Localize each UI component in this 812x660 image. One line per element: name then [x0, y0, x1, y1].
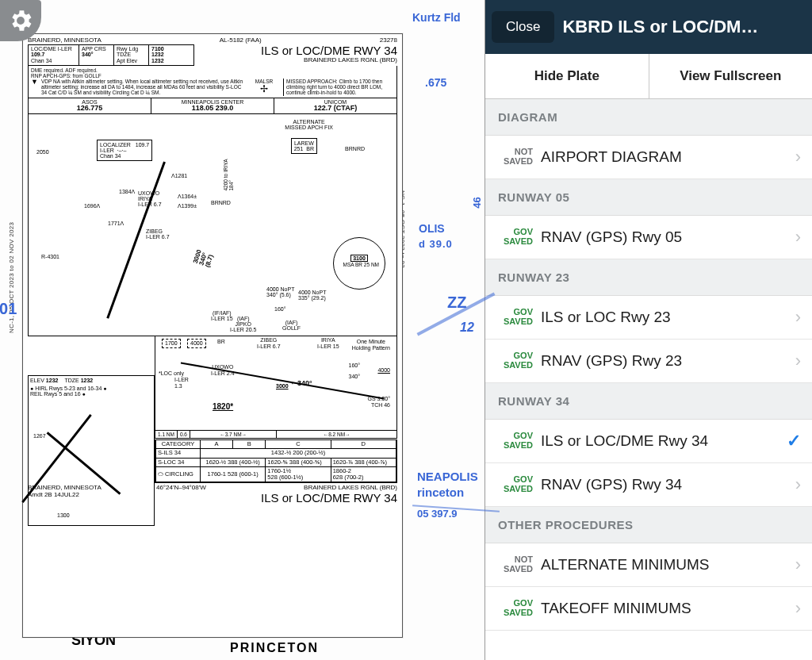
row-airport-diagram[interactable]: NOT SAVED AIRPORT DIAGRAM › [485, 136, 812, 179]
profile-view: 1700 4000 BR ZIBEG I-LER 6.7 IRIYA I-LER… [155, 336, 397, 439]
gear-icon [7, 7, 34, 34]
row-rnav-23[interactable]: GOV SAVED RNAV (GPS) Rwy 23 › [485, 340, 812, 383]
save-tag: GOV SAVED [496, 432, 533, 450]
row-takeoff-minimums[interactable]: GOV SAVED TAKEOFF MINIMUMS › [485, 587, 812, 631]
navbar: Close KBRD ILS or LOC/DM… [485, 0, 812, 54]
map-label-12: 12 [460, 320, 474, 335]
row-rnav-05[interactable]: GOV SAVED RNAV (GPS) Rwy 05 › [485, 216, 812, 259]
section-other: OTHER PROCEDURES [485, 507, 812, 543]
map-label-princeton2: PRINCETON [230, 641, 319, 655]
save-tag: GOV SAVED [496, 475, 533, 493]
nav-title: KBRD ILS or LOC/DM… [562, 17, 806, 37]
section-rwy34: RUNWAY 34 [485, 383, 812, 420]
plate-city: BRAINERD, MINNESOTA [28, 37, 102, 44]
plate-al: AL-5182 (FAA) [220, 37, 262, 44]
locdme: LOC/DME I-LER [31, 46, 72, 52]
row-ils-loc-23[interactable]: GOV SAVED ILS or LOC Rwy 23 › [485, 296, 812, 340]
chevron-right-icon: › [795, 147, 801, 167]
section-rwy23: RUNWAY 23 [485, 259, 812, 296]
map-label-olis: OLIS [419, 222, 445, 235]
approach-plate[interactable]: BRAINERD, MINNESOTA AL-5182 (FAA) 23278 … [22, 33, 403, 638]
map-label-05: 05 397.9 [417, 508, 458, 520]
chevron-right-icon: › [795, 598, 801, 619]
map-label-46: 46 [471, 197, 483, 208]
save-tag: GOV SAVED [496, 351, 533, 370]
plate-list-panel: Close KBRD ILS or LOC/DM… Hide Plate Vie… [485, 0, 812, 660]
save-tag: GOV SAVED [496, 228, 533, 246]
save-tag: NOT SAVED [496, 148, 533, 166]
check-icon: ✓ [787, 431, 801, 451]
save-tag: GOV SAVED [496, 308, 533, 326]
map-label-princeton: rinceton [417, 485, 464, 499]
map-label-301: 301 [0, 300, 17, 318]
map-label-kurtz: Kurtz Fld [412, 11, 461, 24]
hide-plate-button[interactable]: Hide Plate [485, 54, 649, 98]
chevron-right-icon: › [795, 474, 801, 495]
map-label-675: .675 [425, 76, 446, 89]
close-button[interactable]: Close [492, 11, 554, 43]
save-tag: GOV SAVED [496, 599, 533, 617]
map-area[interactable]: Kurtz Fld .675 OLIS d 39.0 ZZ 12 46 NEAP… [0, 0, 485, 660]
map-label-neapolis: NEAPOLIS [417, 470, 478, 483]
section-rwy05: RUNWAY 05 [485, 179, 812, 216]
row-ils-loc-dme-34[interactable]: GOV SAVED ILS or LOC/DME Rwy 34 ✓ [485, 420, 812, 463]
minimums-table: CATEGORYABCD S-ILS 341432-½ 200 (200-½) … [155, 439, 397, 483]
airport-sketch: ELEV 1232TDZE 1232 ● HIRL Rwys 5-23 and … [28, 375, 155, 526]
save-tag: NOT SAVED [496, 555, 533, 574]
plate-airport: BRAINERD LAKES RGNL (BRD) [197, 57, 397, 64]
plan-view: LOCALIZER 109.7 I-LER ·–·– Chan 34 2050 … [28, 114, 397, 336]
plate-proc-title: ILS or LOC/DME RWY 34 [197, 44, 397, 58]
toolbar: Hide Plate View Fullscreen [485, 54, 812, 99]
chevron-right-icon: › [795, 554, 801, 575]
chevron-right-icon: › [795, 307, 801, 328]
map-label-zz: ZZ [447, 294, 466, 312]
map-label-d390: d 39.0 [419, 238, 453, 250]
chevron-right-icon: › [795, 351, 801, 371]
row-rnav-34[interactable]: GOV SAVED RNAV (GPS) Rwy 34 › [485, 463, 812, 507]
row-alternate-minimums[interactable]: NOT SAVED ALTERNATE MINIMUMS › [485, 543, 812, 587]
plate-list[interactable]: DIAGRAM NOT SAVED AIRPORT DIAGRAM › RUNW… [485, 99, 812, 660]
view-fullscreen-button[interactable]: View Fullscreen [649, 54, 813, 98]
chevron-right-icon: › [795, 227, 801, 248]
section-diagram: DIAGRAM [485, 99, 812, 136]
